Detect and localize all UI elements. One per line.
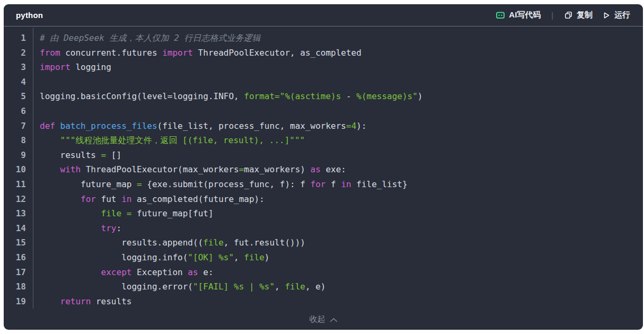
code-block-header: python AI写代码 |	[4, 4, 643, 27]
chevron-up-icon	[330, 317, 338, 322]
code-text: # 由 DeepSeek 生成，本人仅加 2 行日志格式业务逻辑	[33, 31, 261, 46]
code-text: except Exception as e:	[33, 265, 214, 280]
code-text: def batch_process_files(file_list, proce…	[33, 119, 367, 134]
copy-label: 复制	[577, 10, 593, 20]
line-number: 16	[4, 250, 33, 265]
code-area: 1# 由 DeepSeek 生成，本人仅加 2 行日志格式业务逻辑2from c…	[4, 27, 643, 309]
code-line: 12 for fut in as_completed(future_map):	[4, 192, 643, 207]
language-label: python	[16, 11, 43, 20]
line-number: 6	[4, 104, 33, 119]
line-number: 5	[4, 89, 33, 104]
gutter-divider	[33, 28, 33, 309]
code-text: results.append((file, fut.result()))	[33, 235, 305, 250]
run-triangle-icon	[602, 11, 611, 20]
line-number: 4	[4, 75, 33, 90]
code-text: logging.info("[OK] %s", file)	[33, 250, 270, 265]
code-text: for fut in as_completed(future_map):	[33, 192, 264, 207]
line-number: 15	[4, 235, 33, 250]
code-line: 3import logging	[4, 60, 643, 75]
code-text: future_map = {exe.submit(process_func, f…	[33, 177, 408, 192]
header-actions: AI写代码 | 复制 运行	[496, 10, 630, 20]
code-text: from concurrent.futures import ThreadPoo…	[33, 46, 361, 60]
code-line: 1# 由 DeepSeek 生成，本人仅加 2 行日志格式业务逻辑	[4, 31, 643, 46]
line-number: 1	[4, 31, 33, 46]
code-line: 16 logging.info("[OK] %s", file)	[4, 250, 643, 265]
code-line: 9 results = []	[4, 148, 643, 163]
code-line: 15 results.append((file, fut.result()))	[4, 235, 643, 250]
code-line: 10 with ThreadPoolExecutor(max_workers=m…	[4, 162, 643, 177]
actions-divider: |	[551, 11, 553, 20]
code-text: logging.basicConfig(level=logging.INFO, …	[33, 89, 422, 104]
line-number: 8	[4, 133, 33, 148]
ai-write-code-label: AI写代码	[509, 10, 541, 20]
collapse-label: 收起	[310, 314, 325, 324]
line-number: 7	[4, 119, 33, 134]
line-number: 18	[4, 279, 33, 294]
line-number: 3	[4, 60, 33, 75]
code-block-panel: python AI写代码 |	[4, 4, 643, 330]
code-text: logging.error("[FAIL] %s | %s", file, e)	[33, 279, 325, 294]
ai-robot-icon	[496, 11, 505, 20]
code-line: 17 except Exception as e:	[4, 265, 643, 280]
code-text: return results	[33, 294, 131, 309]
line-number: 13	[4, 206, 33, 221]
code-line: 13 file = future_map[fut]	[4, 206, 643, 221]
code-text: try:	[33, 221, 121, 236]
code-text: import logging	[33, 60, 111, 75]
code-line: 19 return results	[4, 294, 643, 309]
line-number: 17	[4, 265, 33, 280]
line-number: 19	[4, 294, 33, 309]
code-line: 5logging.basicConfig(level=logging.INFO,…	[4, 89, 643, 104]
code-line: 2from concurrent.futures import ThreadPo…	[4, 46, 643, 60]
code-line: 6	[4, 104, 643, 119]
code-text	[33, 75, 40, 90]
code-text: """线程池批量处理文件，返回 [(file, result), ...]"""	[33, 133, 305, 148]
code-line: 4	[4, 75, 643, 90]
copy-icon	[564, 11, 573, 20]
line-number: 12	[4, 192, 33, 207]
code-text: results = []	[33, 148, 121, 163]
code-text: with ThreadPoolExecutor(max_workers=max_…	[33, 162, 346, 177]
code-line: 7def batch_process_files(file_list, proc…	[4, 119, 643, 134]
line-number: 11	[4, 177, 33, 192]
line-number: 10	[4, 162, 33, 177]
line-number: 2	[4, 46, 33, 60]
run-label: 运行	[614, 10, 630, 20]
line-number: 9	[4, 148, 33, 163]
ai-write-code-button[interactable]: AI写代码	[496, 10, 541, 20]
code-line: 11 future_map = {exe.submit(process_func…	[4, 177, 643, 192]
code-text: file = future_map[fut]	[33, 206, 214, 221]
code-line: 14 try:	[4, 221, 643, 236]
collapse-control[interactable]: 收起	[4, 312, 643, 327]
run-button[interactable]: 运行	[602, 10, 630, 20]
code-line: 8 """线程池批量处理文件，返回 [(file, result), ...]"…	[4, 133, 643, 148]
copy-button[interactable]: 复制	[564, 10, 593, 20]
line-number: 14	[4, 221, 33, 236]
code-text	[33, 104, 40, 119]
code-line: 18 logging.error("[FAIL] %s | %s", file,…	[4, 279, 643, 294]
